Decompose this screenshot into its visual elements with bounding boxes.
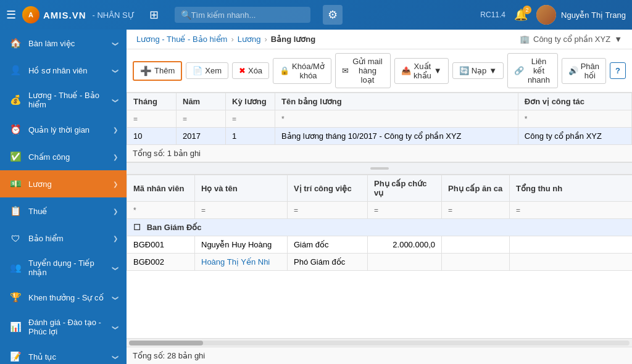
filter-ma[interactable] xyxy=(133,206,146,215)
filter-tong-thu[interactable] xyxy=(516,206,528,215)
lower-table-row-2[interactable]: BGĐ002 Hoàng Thị Yến Nhi Phó Giám đốc xyxy=(127,254,633,271)
filter-vi-tri[interactable] xyxy=(294,206,306,215)
sidebar-label: Bàn làm việc xyxy=(28,39,113,48)
cell-ma-2: BGĐ002 xyxy=(127,254,195,271)
sidebar-item-luong[interactable]: 💵 Lương xyxy=(0,170,127,197)
add-icon: ➕ xyxy=(140,65,152,77)
cell-nam: 2017 xyxy=(177,128,226,145)
lock-icon: 🔒 xyxy=(280,66,289,75)
filter-ky-luong[interactable] xyxy=(232,115,244,123)
avatar xyxy=(536,5,556,25)
lower-total: Tổng số: 28 bản ghi xyxy=(127,347,632,364)
breadcrumb: Lương - Thuế - Bảo hiểm › Lương › Bảng l… xyxy=(127,30,632,49)
quick-link-button[interactable]: 🔗 Liên kết nhanh xyxy=(507,53,557,88)
eval-icon: 📊 xyxy=(9,320,22,334)
sidebar-item-ban-lam-viec[interactable]: 🏠 Bàn làm việc xyxy=(0,30,127,57)
breadcrumb-link-2[interactable]: Lương xyxy=(238,35,261,44)
search-input[interactable] xyxy=(191,10,290,20)
export-button[interactable]: 📤 Xuất khẩu ▼ xyxy=(394,58,449,84)
chevron-down-icon xyxy=(113,264,118,271)
cell-phu-cap-ac-2 xyxy=(442,254,510,271)
horizontal-scrollbar[interactable] xyxy=(127,338,632,347)
chevron-down-icon xyxy=(113,323,118,331)
filter-nam[interactable] xyxy=(183,115,195,123)
col-tong-thu: Tổng thu nh xyxy=(510,175,633,202)
time-icon: ⏰ xyxy=(9,123,22,136)
lower-table-wrapper[interactable]: Mã nhân viên Họ và tên Vị trí công việc … xyxy=(127,175,632,338)
upper-filter-row xyxy=(127,110,632,128)
filter-thang[interactable] xyxy=(133,115,146,123)
scrollbar-thumb[interactable] xyxy=(129,341,203,345)
sidebar-item-cham-cong[interactable]: ✅ Chấm công xyxy=(0,143,127,170)
filter-phu-cap-chuc-vu[interactable] xyxy=(374,206,386,215)
help-button[interactable]: ? xyxy=(610,62,626,79)
cell-ho-ten-2: Hoàng Thị Yến Nhi xyxy=(195,254,288,271)
sidebar-label: Lương xyxy=(28,180,113,189)
chevron-down-icon xyxy=(113,96,118,104)
cell-phu-cap-ac-1 xyxy=(442,236,510,254)
sidebar-label: Thuế xyxy=(28,207,113,216)
filter-ten[interactable] xyxy=(281,115,306,123)
send-mail-button[interactable]: ✉ Gửi mail hàng loạt xyxy=(335,53,391,88)
send-mail-label: Gửi mail hàng loạt xyxy=(351,57,384,85)
grid-icon[interactable]: ⊞ xyxy=(149,8,159,22)
lock-button[interactable]: 🔒 Khóa/Mở khóa xyxy=(273,58,331,84)
sidebar-item-bao-hiem[interactable]: 🛡 Bảo hiểm xyxy=(0,225,127,252)
breadcrumb-link-1[interactable]: Lương - Thuế - Bảo hiểm xyxy=(136,35,227,44)
filter-ho-ten[interactable] xyxy=(201,206,214,215)
navbar-right: RC11.4 🔔 2 Nguyễn Thị Trang xyxy=(480,5,626,25)
main-layout: 🏠 Bàn làm việc 👤 Hồ sơ nhân viên 💰 Lương… xyxy=(0,30,632,364)
notification-icon[interactable]: 🔔 2 xyxy=(514,8,528,22)
user-name: Nguyễn Thị Trang xyxy=(561,10,626,20)
cell-ma-1: BGĐ001 xyxy=(127,236,195,254)
sidebar-item-ho-so-nhan-vien[interactable]: 👤 Hồ sơ nhân viên xyxy=(0,57,127,84)
upper-table: Tháng Năm Kỳ lương Tên bảng lương Đơn vị… xyxy=(127,93,632,145)
version-badge: RC11.4 xyxy=(480,10,505,19)
view-button[interactable]: 📄 Xem xyxy=(186,62,228,79)
cell-phu-cap-cv-1: 2.000.000,0 xyxy=(368,236,442,254)
broadcast-button[interactable]: 🔊 Phân hối xyxy=(562,58,606,84)
filter-phu-cap-an-ca[interactable] xyxy=(448,206,460,215)
quick-link-label: Liên kết nhanh xyxy=(526,57,551,85)
sidebar-item-danh-gia[interactable]: 📊 Đánh giá - Đào tạo - Phúc lợi xyxy=(0,311,127,343)
logo-subtitle: - NHÂN SỰ xyxy=(93,10,135,20)
sidebar-label: Thủ tục xyxy=(28,352,113,362)
col-ky-luong: Kỳ lương xyxy=(226,93,275,110)
export-label: Xuất khẩu xyxy=(414,62,431,80)
add-button[interactable]: ➕ Thêm xyxy=(133,61,182,81)
lower-table-row-1[interactable]: BGĐ001 Nguyễn Huy Hoàng Giám đốc 2.000.0… xyxy=(127,236,633,254)
delete-label: Xóa xyxy=(248,66,262,75)
sidebar-item-khen-thuong[interactable]: 🏆 Khen thưởng - Sự cố xyxy=(0,284,127,311)
sidebar-item-thue[interactable]: 📋 Thuế xyxy=(0,197,127,225)
settings-icon[interactable]: ⚙ xyxy=(323,5,343,25)
sidebar-item-quan-ly-thoi-gian[interactable]: ⏰ Quản lý thời gian xyxy=(0,116,127,143)
avatar-image xyxy=(536,5,556,25)
notification-count: 2 xyxy=(523,6,531,14)
col-don-vi-cong-tac: Đơn vị công tác xyxy=(518,93,631,110)
cell-don-vi: Công ty cổ phần XYZ xyxy=(518,128,631,145)
sidebar-item-tuyen-dung[interactable]: 👥 Tuyển dụng - Tiếp nhận xyxy=(0,252,127,284)
sidebar-item-luong-thue-bao-hiem[interactable]: 💰 Lương - Thuế - Bảo hiểm xyxy=(0,84,127,116)
user-info[interactable]: Nguyễn Thị Trang xyxy=(536,5,626,25)
sidebar-label: Lương - Thuế - Bảo hiểm xyxy=(28,91,113,109)
search-box[interactable]: 🔍 xyxy=(175,7,310,23)
sidebar-label: Quản lý thời gian xyxy=(28,125,113,134)
splitter[interactable] xyxy=(127,162,632,175)
hamburger-menu[interactable]: ☰ xyxy=(6,8,16,22)
load-button[interactable]: 🔄 Nạp ▼ xyxy=(452,62,504,79)
export-icon: 📤 xyxy=(401,66,411,75)
upper-table-row[interactable]: 10 2017 1 Bảng lương tháng 10/2017 - Côn… xyxy=(127,128,632,145)
delete-button[interactable]: ✖ Xóa xyxy=(232,62,269,79)
content-area: Lương - Thuế - Bảo hiểm › Lương › Bảng l… xyxy=(127,30,632,364)
filter-don-vi[interactable] xyxy=(525,115,549,123)
navbar: ☰ A AMIS.VN - NHÂN SỰ ⊞ 🔍 ⚙ RC11.4 🔔 2 N… xyxy=(0,0,632,30)
sidebar-item-thu-tuc[interactable]: 📝 Thủ tục xyxy=(0,343,127,364)
company-selector[interactable]: 🏢 Công ty cổ phần XYZ ▼ xyxy=(520,35,622,44)
breadcrumb-separator: › xyxy=(231,35,233,44)
sidebar-label: Bảo hiểm xyxy=(28,234,113,243)
procedure-icon: 📝 xyxy=(9,350,22,363)
group-checkbox[interactable]: ☐ xyxy=(133,223,141,232)
load-dropdown-icon: ▼ xyxy=(489,66,497,75)
scrollbar-track xyxy=(129,341,630,345)
group-row-ban-giam-doc: ☐ Ban Giám Đốc xyxy=(127,219,633,236)
